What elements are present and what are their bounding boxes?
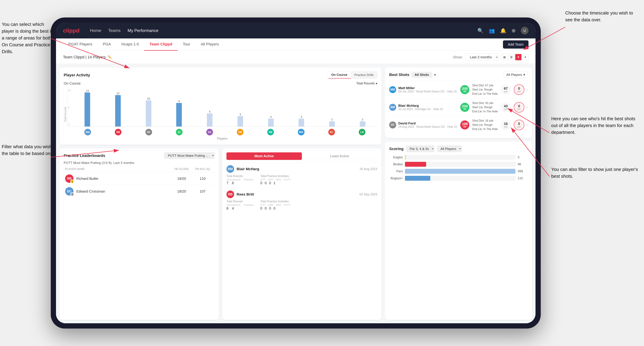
shot-metric-3b: 0 yds — [514, 120, 524, 130]
annotation-top-right: Choose the timescale you wish to see the… — [565, 9, 639, 23]
scoring-row-eagles: Eagles 3 — [390, 155, 526, 160]
tab-least-active[interactable]: Least Active — [302, 152, 377, 160]
player-avatar-lr: LR — [347, 129, 377, 135]
tab-most-active[interactable]: Most Active — [226, 152, 302, 160]
team-header: Team Clippd | 14 Players ✏️ Show: Last 3… — [56, 51, 536, 64]
shot-badge-2: 200 SG — [460, 103, 469, 112]
shots-type-toggle: All Shots — [412, 72, 432, 78]
best-shots-header: Best Shots All Shots ▾ All Players ▾ — [389, 71, 528, 78]
shot-metric-2a: 43 yds — [500, 102, 511, 113]
player-avatar-mm: MM — [286, 129, 316, 135]
shot-info-3: Shot Dist: 16 yds Start Lie: Rough End L… — [472, 119, 498, 131]
shot-entry-2: BM Blair McHarg 23 Jul 2023 · Ashridge G… — [389, 98, 528, 116]
all-shots-button[interactable]: All Shots — [412, 72, 432, 78]
bar-fill — [84, 92, 90, 127]
shot-chevron-1[interactable]: › — [526, 87, 528, 92]
table-view-button[interactable]: ≡ — [522, 54, 528, 60]
timescale-select[interactable]: Last 3 months Last 6 months Last year Al… — [466, 53, 498, 61]
on-course-toggle[interactable]: On Course — [328, 72, 351, 78]
bar-l-robertson: 2 — [348, 118, 377, 127]
activity-player-blair: BM Blair McHarg 26 Aug 2023 Total Rounds… — [226, 163, 377, 188]
bar-fill — [115, 95, 121, 127]
bottom-row: Practice Leaderboards PUTT Must Make Put… — [60, 148, 382, 320]
shot-player-info-3: David Ford 24 Aug 2023 · Royal North Dev… — [398, 121, 458, 128]
scoring-card: Scoring Par 3, 4 & 5s All Players Eagles — [385, 141, 532, 320]
x-axis-label: Players — [67, 137, 377, 141]
leaderboard-title: Practice Leaderboards — [64, 154, 105, 158]
activity-player-header-2: RB Rees Britt 02 Sep 2023 — [226, 190, 377, 198]
practice-leaderboards-card: Practice Leaderboards PUTT Must Make Put… — [60, 148, 219, 320]
player-avatar-bm: BM — [72, 129, 103, 135]
bar-fill — [207, 113, 212, 127]
leaderboard-row-1: RB 1 Richard Butler 19/20 110 — [64, 172, 214, 185]
scoring-header: Scoring Par 3, 4 & 5s All Players — [389, 146, 528, 152]
avatar[interactable]: U — [521, 27, 528, 34]
tab-all-players[interactable]: All Players — [196, 38, 224, 51]
practice-drills-toggle[interactable]: Practice Drills — [351, 72, 377, 78]
player-avatar-df: DF — [133, 129, 164, 135]
tab-hcaps[interactable]: Hcaps 1-5 — [116, 38, 144, 51]
bar-fill — [146, 100, 152, 127]
scoring-filter-2[interactable]: All Players — [437, 146, 462, 152]
tab-team-clippd[interactable]: Team Clippd — [144, 38, 178, 51]
leaderboard-row-2: EC 2 Edward Crossman 18/20 107 — [64, 185, 214, 198]
add-team-button[interactable]: Add Team — [503, 40, 528, 49]
bar-e-ebert: 5 — [195, 110, 224, 127]
scoring-bar-wrap-bogeys — [405, 176, 516, 181]
player-activity-title: Player Activity — [64, 73, 90, 77]
nav-link-home[interactable]: Home — [90, 27, 101, 34]
nav-links: Home Teams My Performance — [90, 27, 478, 34]
rank-avatar-2: EC 2 — [65, 187, 74, 195]
grid-view-button[interactable]: ⊞ — [501, 54, 508, 60]
player-avatar-rb: RB — [103, 129, 133, 135]
scoring-title: Scoring — [389, 147, 404, 151]
leaderboard-subtitle: PUTT Must Make Putting (3-6 ft), Last 3 … — [64, 161, 214, 165]
shot-chevron-2[interactable]: › — [526, 105, 528, 110]
tab-pga[interactable]: PGA — [98, 38, 116, 51]
bar-e-crossman: 2 — [317, 118, 347, 127]
y-axis-label: Total Rounds — [64, 88, 67, 141]
player-avatar-ee: EE — [194, 129, 225, 135]
shot-badge-3: 198 SG — [460, 120, 469, 130]
edit-icon[interactable]: ✏️ — [108, 55, 112, 59]
shot-details-3: 198 SG Shot Dist: 16 yds Start Lie: Roug… — [460, 119, 524, 131]
stat-group-practice: Total Practice Activities GTT APP ARG PU… — [260, 174, 291, 185]
shot-metric-1a: 67 yds — [500, 84, 511, 95]
plus-circle-icon[interactable]: ⊕ — [512, 28, 516, 33]
tablet-screen: clippd Home Teams My Performance 🔍 👥 🔔 ⊕… — [56, 23, 536, 323]
sub-nav: PGAT Players PGA Hcaps 1-5 Team Clippd T… — [56, 38, 536, 51]
nav-link-teams[interactable]: Teams — [108, 27, 120, 34]
tab-tour[interactable]: Tour — [178, 38, 196, 51]
list-view-button[interactable]: ☰ — [508, 54, 514, 60]
tab-pgat-players[interactable]: PGAT Players — [63, 38, 98, 51]
scoring-bar-pars — [405, 169, 516, 174]
shot-details-2: 200 SG Shot Dist: 43 yds Start Lie: Roug… — [460, 101, 524, 114]
nav-link-myperformance[interactable]: My Performance — [128, 27, 158, 34]
bar-fill — [360, 121, 366, 127]
shot-info-1: Shot Dist: 67 yds Start Lie: Rough End L… — [472, 83, 498, 96]
best-shots-card: Best Shots All Shots ▾ All Players ▾ MM — [385, 67, 532, 138]
bar-fill — [268, 119, 274, 127]
team-name: Team Clippd | 14 Players ✏️ — [63, 55, 112, 59]
bell-icon[interactable]: 🔔 — [500, 28, 506, 33]
chart-subheader: On Course Total Rounds ▾ — [64, 81, 377, 85]
leaderboard-filter-select[interactable]: PUTT Must Make Putting ... — [164, 152, 214, 159]
rank-avatar-1: RB 1 — [65, 174, 74, 183]
stat-group-practice-2: Total Practice Activities GTT APP ARG PU… — [260, 200, 291, 210]
shots-dropdown-arrow[interactable]: ▾ — [434, 73, 436, 77]
chart-filter-select[interactable]: Total Rounds ▾ — [356, 82, 377, 85]
players-filter-dropdown[interactable]: All Players ▾ — [504, 71, 528, 78]
player-avatar-jc: JC — [164, 129, 194, 135]
search-icon[interactable]: 🔍 — [478, 28, 484, 33]
users-icon[interactable]: 👥 — [489, 28, 495, 33]
card-view-button[interactable]: ♥ — [515, 54, 522, 60]
bar-r-britt: 12 — [103, 92, 133, 127]
show-label: Show: — [453, 55, 463, 59]
scoring-chart: Eagles 3 Birdies 96 — [389, 155, 528, 181]
shot-chevron-3[interactable]: › — [526, 123, 528, 127]
activity-toggle-group: On Course Practice Drills — [328, 71, 377, 79]
scoring-filter-1[interactable]: Par 3, 4 & 5s — [406, 146, 434, 152]
bar-fill — [329, 121, 335, 127]
left-panel: Player Activity On Course Practice Drill… — [56, 64, 385, 323]
shot-entry-3: DF David Ford 24 Aug 2023 · Royal North … — [389, 116, 528, 134]
